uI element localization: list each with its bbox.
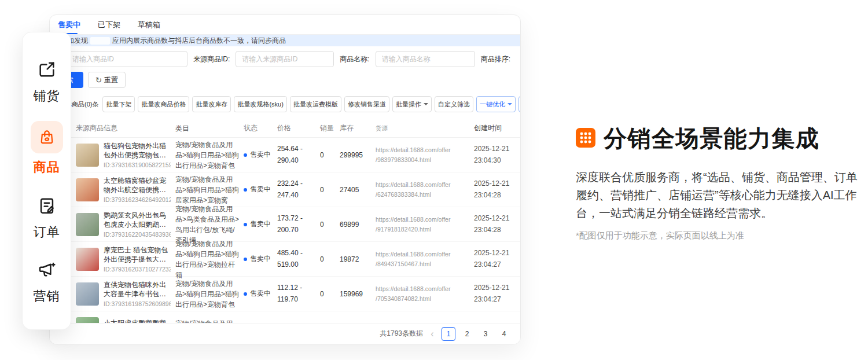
product-thumbnail [76, 144, 99, 167]
page-button-4[interactable]: 4 [497, 327, 511, 341]
status-dot-icon [244, 188, 247, 192]
product-price: 254.64 -290.40 [277, 144, 320, 166]
product-category: 宠物/宠物食品及用品>猫狗日用品>猫狗出行用品>宠物背包 [175, 139, 244, 171]
header-price: 价格 [277, 123, 320, 134]
product-created-time: 2025-12-2123:04:28 [474, 178, 520, 200]
page-button-1[interactable]: 1 [442, 327, 455, 341]
sidebar-item-products[interactable]: 商品 [31, 121, 63, 176]
product-id: ID:3793162037102772320 [104, 266, 171, 273]
promo-description: 深度联合优质服务商，将“选品、铺货、商品管理、订单履约、营销推广、店铺运营”等核… [576, 168, 868, 222]
shopping-bag-icon [31, 121, 63, 153]
bulk-edit-stock-button[interactable]: 批量改库存 [192, 96, 231, 112]
product-price: 232.24 -247.40 [277, 178, 320, 200]
product-info-cell: 摩宠巴士 猫包宠物包外出便携手提包大空间透气宠物... ID:379316203… [76, 245, 175, 273]
product-stock: 299995 [340, 151, 376, 159]
table-row[interactable]: 鹦鹉笼玄风外出包鸟包虎皮小太阳鹦鹉包透气双肩包 ID:3793162204354… [50, 207, 520, 242]
table-row[interactable]: 太空舱猫窝猫砂盆宠物外出航空箱便携猫包手提网红... ID:3793162346… [50, 172, 520, 207]
product-title[interactable]: 摩宠巴士 猫包宠物包外出便携手提包大空间透气宠物... [104, 245, 171, 264]
product-status: 售卖中 [244, 219, 277, 229]
reset-button-label: 重置 [104, 75, 118, 85]
order-list-icon [34, 193, 60, 218]
product-source-link[interactable]: https://detail.1688.com/offer/7053408740… [376, 284, 474, 304]
product-thumbnail [76, 248, 99, 271]
product-stock: 19872 [340, 255, 376, 263]
product-id: ID:3793162346264920127 [104, 196, 171, 203]
page-button-3[interactable]: 3 [479, 327, 492, 341]
product-stock: 27405 [340, 186, 376, 194]
sidebar-item-label: 营销 [34, 288, 60, 305]
product-status: 售卖中 [244, 185, 277, 194]
product-created-time: 2025-12-2123:04:28 [474, 213, 520, 235]
status-tabs: 售卖中 已下架 草稿箱 [50, 15, 520, 35]
filter-bar: 来源商品ID: 商品名称: 商品排序: [50, 51, 520, 67]
product-source-link[interactable]: https://detail.1688.com/offer/9179181824… [376, 215, 474, 234]
one-click-optimize-dropdown[interactable]: 一键优化 [476, 96, 516, 112]
header-source: 货源 [376, 123, 474, 133]
app-sidebar: 铺货 商品 订单 [22, 32, 71, 330]
page-button-2[interactable]: 2 [460, 327, 474, 341]
tab-drafts[interactable]: 草稿箱 [138, 15, 160, 34]
promo-footnote: *配图仅用于功能示意，实际页面以线上为准 [576, 230, 868, 241]
bulk-action-bar: 已选商品(0)条 批量下架 批量改商品价格 批量改库存 批量改规格(sku) 批… [50, 96, 520, 112]
product-source-link[interactable]: https://detail.1688.com/offer/6247683833… [376, 180, 474, 200]
product-title[interactable]: 太空舱猫窝猫砂盆宠物外出航空箱便携猫包手提网红... [104, 176, 171, 194]
prev-page-icon[interactable]: ‹ [428, 329, 437, 339]
header-created-time: 创建时间 [474, 123, 520, 134]
sidebar-item-marketing[interactable]: 营销 [34, 257, 60, 305]
product-category: 宠物/宠物食品及用品>猫狗日用品>猫狗居家用品>宠物窝 [175, 174, 244, 205]
source-id-input[interactable] [236, 51, 334, 67]
table-row[interactable]: 摩宠巴士 猫包宠物包外出便携手提包大空间透气宠物... ID:379316203… [50, 242, 520, 277]
product-sales: 0 [320, 290, 340, 298]
status-label: 售卖中 [250, 220, 271, 228]
bulk-delist-button[interactable]: 批量下架 [102, 96, 135, 112]
bulk-edit-price-button[interactable]: 批量改商品价格 [138, 96, 189, 112]
product-thumbnail [76, 178, 99, 201]
sidebar-item-label: 商品 [34, 159, 60, 176]
product-source-link[interactable]: https://detail.1688.com/offer/9839798330… [376, 145, 474, 165]
product-title[interactable]: 直供宠物包猫咪外出大容量牛津布书包携带便携双肩... [104, 280, 171, 299]
reset-button[interactable]: ↻ 重置 [88, 72, 126, 88]
product-status: 售卖中 [244, 254, 277, 264]
product-name-input[interactable] [376, 51, 475, 67]
table-row[interactable]: 猫包狗包宠物外出猫包外出便携宠物包双肩透气大容量 ID:379316319005… [50, 138, 520, 172]
status-dot-icon [244, 153, 247, 157]
product-category: 宠物/宠物食品及用品>猫狗日用品>猫狗出行用品>宠物拉杆箱 [175, 238, 244, 280]
bulk-edit-freight-button[interactable]: 批量改运费模版 [290, 96, 341, 112]
table-body: 猫包狗包宠物外出猫包外出便携宠物包双肩透气大容量 ID:379316319005… [50, 138, 520, 344]
product-title[interactable]: 猫包狗包宠物外出猫包外出便携宠物包双肩透气大容量 [104, 141, 171, 160]
header-stock: 库存 [340, 123, 376, 133]
status-label: 售卖中 [250, 255, 271, 263]
product-category: 宠物/宠物食品及用品>猫狗日用品>猫狗出行用品>宠物背包 [175, 278, 244, 310]
custom-filter-button[interactable]: 自定义筛选 [435, 96, 473, 112]
add-to-cloud-button[interactable]: 加入云仓 [518, 96, 521, 112]
product-source-link[interactable]: https://detail.1688.com/offer/8494371504… [376, 249, 474, 269]
reset-icon: ↻ [95, 76, 102, 85]
product-status: 售卖中 [244, 150, 277, 160]
product-price: 485.40 -519.00 [277, 248, 320, 270]
product-created-time: 2025-12-2123:04:27 [474, 248, 520, 270]
table-row[interactable]: 直供宠物包猫咪外出大容量牛津布书包携带便携双肩... ID:3793161987… [50, 277, 520, 311]
status-label: 售卖中 [250, 185, 271, 193]
edit-sales-channel-button[interactable]: 修改销售渠道 [344, 96, 389, 112]
export-goods-icon [34, 57, 60, 82]
bulk-operations-dropdown[interactable]: 批量操作 [392, 96, 432, 112]
product-stock: 69899 [340, 221, 376, 229]
status-label: 售卖中 [250, 289, 271, 297]
product-price: 173.72 -200.70 [277, 213, 320, 235]
product-id: ID:3793162204354839366 [104, 231, 171, 238]
source-id-label: 来源商品ID: [193, 54, 230, 64]
sync-notice-banner: 如发现 应用内展示商品数与抖店后台商品数不一致，请同步商品 [50, 35, 520, 46]
product-sort-label: 商品排序: [481, 54, 510, 64]
sidebar-item-label: 铺货 [34, 87, 60, 105]
tab-delisted[interactable]: 已下架 [98, 15, 120, 34]
status-label: 售卖中 [250, 150, 271, 159]
product-title[interactable]: 鹦鹉笼玄风外出包鸟包虎皮小太阳鹦鹉包透气双肩包 [104, 211, 171, 229]
sidebar-item-distribution[interactable]: 铺货 [34, 57, 60, 105]
product-id-input[interactable] [66, 51, 187, 67]
sidebar-item-orders[interactable]: 订单 [34, 193, 60, 241]
product-id: ID:3793163190058221592 [104, 161, 171, 168]
product-sales: 0 [320, 151, 340, 159]
product-info-cell: 鹦鹉笼玄风外出包鸟包虎皮小太阳鹦鹉包透气双肩包 ID:3793162204354… [76, 211, 175, 238]
product-stock: 159969 [340, 290, 376, 298]
bulk-edit-sku-button[interactable]: 批量改规格(sku) [234, 96, 286, 112]
